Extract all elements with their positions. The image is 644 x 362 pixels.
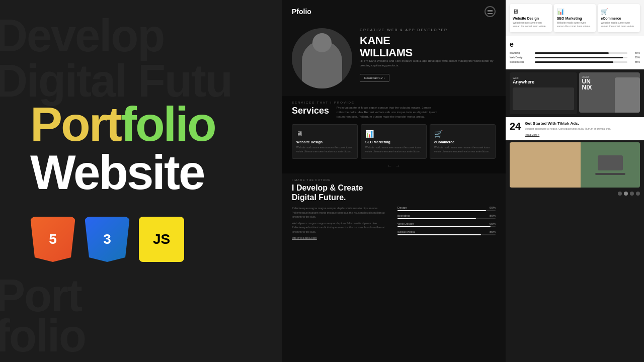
right-project-cards: Work Anywhere JOAO UNNIX bbox=[506, 69, 644, 117]
mock-services-section: SERVICES THAT I PROVIDE Services Proin v… bbox=[282, 96, 506, 173]
service-card-0: 🖥 Website Design Website modo sume even … bbox=[292, 124, 358, 159]
prev-arrow[interactable]: ← bbox=[387, 163, 392, 168]
services-cards: 🖥 Website Design Website modo sume even … bbox=[292, 124, 496, 159]
html5-label: 5 bbox=[49, 231, 57, 247]
develop-content: Pellentesque magna magna semper dapibus … bbox=[292, 206, 496, 239]
right-e-section: e Branding 80% Web Design 95% Social Med… bbox=[506, 36, 644, 69]
right-card-2: 🛒 eCommerce Website modo sume even saman… bbox=[598, 4, 640, 32]
service-text-2: Website modo sume even saman the comet t… bbox=[434, 146, 491, 153]
mock-develop-section: I MADE THE FUTURE I Develop & Create Dig… bbox=[282, 173, 506, 242]
right-tiktok-section: 24 Get Started With Tiktok Ads. Volutpat… bbox=[506, 117, 644, 140]
js-label: JS bbox=[153, 231, 170, 247]
website-text: Website bbox=[30, 148, 215, 197]
mock-hero-name: KANE WILLIAMS bbox=[360, 35, 496, 59]
right-panel: 🖥 Website Design Website modo sume even … bbox=[506, 0, 644, 362]
right-skill-row-2: Social Media 85% bbox=[510, 60, 640, 63]
right-skill-label-2: Social Media bbox=[510, 60, 532, 63]
skill-row-2: Web Design 95% bbox=[397, 222, 496, 227]
portfolio-word: Portfolio bbox=[30, 100, 215, 148]
skill-pct-2: 95% bbox=[490, 222, 496, 225]
right-card-1: 📊 SEO Marketing Website modo sume even s… bbox=[554, 4, 596, 32]
right-skill-bars: Branding 80% Web Design 95% Social Media… bbox=[510, 51, 640, 63]
right-card-icon-2: 🛒 bbox=[601, 8, 637, 15]
right-card-text-2: Website modo sume even saman the comet t… bbox=[601, 21, 637, 28]
develop-title: I Develop & Create Digital Future. bbox=[292, 183, 496, 202]
nav-dot-4[interactable] bbox=[636, 192, 640, 196]
hamburger-icon bbox=[488, 12, 493, 12]
port-text: Port bbox=[30, 97, 121, 151]
service-card-1: 📊 SEO Marketing Website modo sume even s… bbox=[361, 124, 427, 159]
skill-row-0: Design 90% bbox=[397, 206, 496, 211]
develop-text: Pellentesque magna magna semper dapibus … bbox=[292, 206, 390, 239]
right-card-title-2: eCommerce bbox=[601, 17, 637, 20]
services-title: Services bbox=[292, 106, 329, 116]
skill-pct-1: 80% bbox=[490, 214, 496, 217]
mock-menu-icon[interactable] bbox=[485, 6, 496, 17]
develop-email[interactable]: info@williams.com bbox=[292, 236, 390, 239]
right-card-text-1: Website modo sume even saman the comet t… bbox=[557, 21, 593, 28]
bg-text-develop: Develop bbox=[0, 10, 164, 62]
skill-row-3: Social Media 85% bbox=[397, 230, 496, 235]
js-icon: JS bbox=[139, 217, 184, 262]
right-card-icon-0: 🖥 bbox=[513, 8, 549, 15]
service-text-1: Website modo sume even saman the comet t… bbox=[365, 146, 422, 153]
bg-text-port: Port bbox=[0, 270, 82, 322]
mock-logo: Pfolio bbox=[292, 8, 311, 16]
right-project-anywhere: Anywhere bbox=[513, 79, 574, 84]
bottom-img-right bbox=[581, 142, 640, 188]
services-label: SERVICES THAT I PROVIDE bbox=[292, 101, 496, 104]
nav-dot-2[interactable] bbox=[624, 192, 628, 196]
service-text-0: Website modo sume even saman the comet t… bbox=[296, 146, 353, 153]
services-desc: Proin vulputate et focus ceptet conque t… bbox=[337, 106, 437, 119]
right-skill-label-1: Web Design bbox=[510, 56, 532, 59]
skill-name-1: Branding bbox=[397, 214, 410, 217]
cv-button[interactable]: Download CV ↓ bbox=[360, 74, 389, 82]
skill-pct-0: 90% bbox=[490, 206, 496, 209]
skills-bars: Design 90% Branding 80% bbox=[397, 206, 496, 239]
skill-name-0: Design bbox=[397, 206, 407, 209]
mock-hero: CREATIVE WEB & APP DEVELOPER KANE WILLIA… bbox=[282, 23, 506, 96]
tiktok-title: Get Started With Tiktok Ads. bbox=[525, 121, 611, 126]
tiktok-content: Get Started With Tiktok Ads. Volutpat at… bbox=[525, 121, 611, 136]
right-card-icon-1: 📊 bbox=[557, 8, 593, 15]
service-title-1: SEO Marketing bbox=[365, 140, 422, 144]
skill-pct-3: 85% bbox=[490, 230, 496, 233]
tiktok-text: Volutpat at posuere at neque. Consequat … bbox=[525, 127, 611, 131]
service-title-2: eCommerce bbox=[434, 140, 491, 144]
tiktok-number: 24 bbox=[510, 121, 521, 131]
service-icon-0: 🖥 bbox=[296, 130, 353, 138]
skill-row-1: Branding 80% bbox=[397, 214, 496, 219]
portfolio-mockup: Pfolio CREATIVE WEB & APP DEVELOPER KANE… bbox=[282, 0, 506, 362]
bg-text-folio: folio bbox=[0, 310, 86, 362]
right-card-title-1: SEO Marketing bbox=[557, 17, 593, 20]
mock-hero-text: CREATIVE WEB & APP DEVELOPER KANE WILLIA… bbox=[360, 28, 496, 82]
bottom-img-left bbox=[510, 142, 581, 188]
mock-hero-desc: Hi, I'm Kane Williams and I am creative … bbox=[360, 59, 496, 68]
develop-para1: Pellentesque magna magna semper dapibus … bbox=[292, 206, 390, 219]
right-card-title-0: Website Design bbox=[513, 17, 549, 20]
mock-avatar bbox=[292, 28, 352, 88]
next-arrow[interactable]: → bbox=[395, 163, 400, 168]
folio-text: folio bbox=[121, 97, 215, 151]
carousel-arrows[interactable]: ← → bbox=[292, 163, 496, 168]
mock-nav: Pfolio bbox=[282, 0, 506, 23]
service-title-0: Website Design bbox=[296, 140, 353, 144]
right-skill-row-0: Branding 80% bbox=[510, 51, 640, 54]
nav-dot-1[interactable] bbox=[618, 192, 622, 196]
middle-panel: Pfolio CREATIVE WEB & APP DEVELOPER KANE… bbox=[282, 0, 506, 362]
tiktok-read-more[interactable]: Read More > bbox=[525, 133, 611, 136]
skill-name-3: Social Media bbox=[397, 230, 415, 233]
right-e-title: e bbox=[510, 40, 640, 48]
service-icon-2: 🛒 bbox=[434, 130, 491, 138]
mock-hero-subtitle: CREATIVE WEB & APP DEVELOPER bbox=[360, 28, 496, 32]
right-skill-pct-2: 85% bbox=[630, 60, 640, 63]
develop-label: I MADE THE FUTURE bbox=[292, 178, 496, 182]
skill-name-2: Web Design bbox=[397, 222, 414, 225]
css3-icon: 3 bbox=[85, 217, 130, 262]
right-card-text-0: Website modo sume even saman the comet t… bbox=[513, 21, 549, 28]
nav-dot-3[interactable] bbox=[630, 192, 634, 196]
right-skill-label-0: Branding bbox=[510, 51, 532, 54]
right-card-0: 🖥 Website Design Website modo sume even … bbox=[510, 4, 552, 32]
css3-label: 3 bbox=[103, 231, 111, 247]
right-nav-dots bbox=[506, 190, 644, 198]
